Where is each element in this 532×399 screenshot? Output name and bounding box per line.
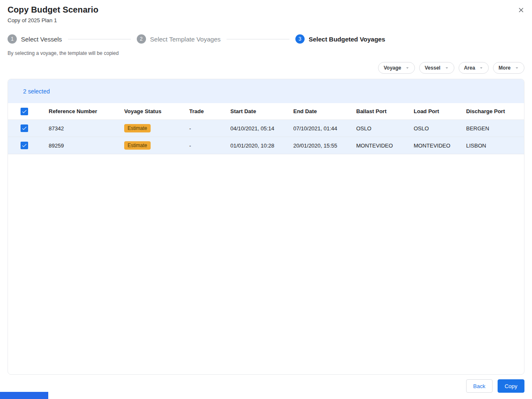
cell-trade: -	[189, 142, 230, 149]
filter-vessel-label: Vessel	[425, 65, 440, 71]
selection-summary: 2 selected	[23, 88, 50, 95]
column-header-voyage-status: Voyage Status	[124, 108, 189, 114]
step-1-label: Select Vessels	[21, 36, 62, 43]
copy-budget-scenario-dialog: Copy Budget Scenario Copy of 2025 Plan 1…	[0, 0, 532, 399]
stepper: 1 Select Vessels 2 Select Template Voyag…	[0, 34, 532, 44]
copy-button[interactable]: Copy	[498, 379, 524, 393]
cell-end-date: 07/10/2021, 01:44	[293, 125, 356, 132]
cell-discharge-port: BERGEN	[466, 125, 524, 132]
step-3-circle: 3	[295, 34, 305, 44]
helper-text: By selecting a voyage, the template will…	[0, 50, 532, 56]
step-connector	[227, 39, 289, 39]
table-row[interactable]: 87342 Estimate - 04/10/2021, 05:14 07/10…	[8, 120, 524, 137]
column-header-ballast-port: Ballast Port	[356, 108, 414, 114]
filter-more-label: More	[498, 65, 511, 71]
cell-load-port: MONTEVIDEO	[414, 142, 466, 149]
filter-area-label: Area	[464, 65, 475, 71]
filter-more[interactable]: More	[493, 62, 524, 74]
select-all-checkbox[interactable]	[21, 108, 28, 115]
column-header-trade: Trade	[189, 108, 230, 114]
column-header-discharge-port: Discharge Port	[466, 108, 524, 114]
check-icon	[21, 142, 27, 148]
dialog-footer: Back Copy	[0, 375, 532, 393]
row-checkbox[interactable]	[21, 142, 28, 149]
close-button[interactable]	[516, 5, 526, 15]
cell-end-date: 20/01/2020, 15:55	[293, 142, 356, 149]
selection-summary-bar: 2 selected	[8, 79, 524, 103]
cell-ballast-port: OSLO	[356, 125, 414, 132]
step-2-label: Select Template Voyages	[150, 36, 221, 43]
cell-trade: -	[189, 125, 230, 132]
table-row[interactable]: 89259 Estimate - 01/01/2020, 10:28 20/01…	[8, 137, 524, 154]
row-checkbox[interactable]	[21, 124, 28, 132]
column-header-reference-number: Reference Number	[49, 108, 124, 114]
step-select-template-voyages[interactable]: 2 Select Template Voyages	[137, 34, 221, 44]
filter-vessel[interactable]: Vessel	[419, 62, 454, 74]
cell-reference-number: 87342	[49, 125, 124, 132]
chevron-down-icon	[514, 65, 520, 71]
filter-area[interactable]: Area	[459, 62, 489, 74]
voyages-table-panel: 2 selected Reference Number Voyage Statu…	[8, 79, 524, 375]
column-header-end-date: End Date	[293, 108, 356, 114]
filter-row: Voyage Vessel Area More	[0, 62, 532, 74]
cell-discharge-port: LISBON	[466, 142, 524, 149]
chevron-down-icon	[444, 65, 450, 71]
column-header-load-port: Load Port	[414, 108, 466, 114]
check-icon	[21, 109, 27, 114]
cell-ballast-port: MONTEVIDEO	[356, 142, 414, 149]
chevron-down-icon	[478, 65, 484, 71]
table-header-row: Reference Number Voyage Status Trade Sta…	[8, 103, 524, 120]
step-2-circle: 2	[137, 34, 146, 44]
column-header-start-date: Start Date	[230, 108, 293, 114]
filter-voyage[interactable]: Voyage	[378, 62, 415, 74]
cell-reference-number: 89259	[49, 142, 124, 149]
cell-start-date: 04/10/2021, 05:14	[230, 125, 293, 132]
check-icon	[21, 125, 27, 131]
back-button[interactable]: Back	[466, 379, 493, 393]
dialog-title: Copy Budget Scenario	[8, 5, 524, 15]
chevron-down-icon	[404, 65, 410, 71]
status-badge: Estimate	[124, 141, 151, 150]
close-icon	[517, 6, 525, 14]
dialog-header: Copy Budget Scenario Copy of 2025 Plan 1	[0, 0, 532, 23]
step-3-label: Select Budgeted Voyages	[309, 36, 385, 43]
cell-start-date: 01/01/2020, 10:28	[230, 142, 293, 149]
status-badge: Estimate	[124, 124, 151, 132]
step-1-circle: 1	[8, 34, 17, 44]
background-page-strip	[0, 392, 48, 399]
dialog-subtitle: Copy of 2025 Plan 1	[8, 17, 524, 23]
step-connector	[68, 39, 131, 39]
step-select-budgeted-voyages[interactable]: 3 Select Budgeted Voyages	[295, 34, 385, 44]
filter-voyage-label: Voyage	[383, 65, 401, 71]
step-select-vessels[interactable]: 1 Select Vessels	[8, 34, 62, 44]
cell-load-port: OSLO	[414, 125, 466, 132]
